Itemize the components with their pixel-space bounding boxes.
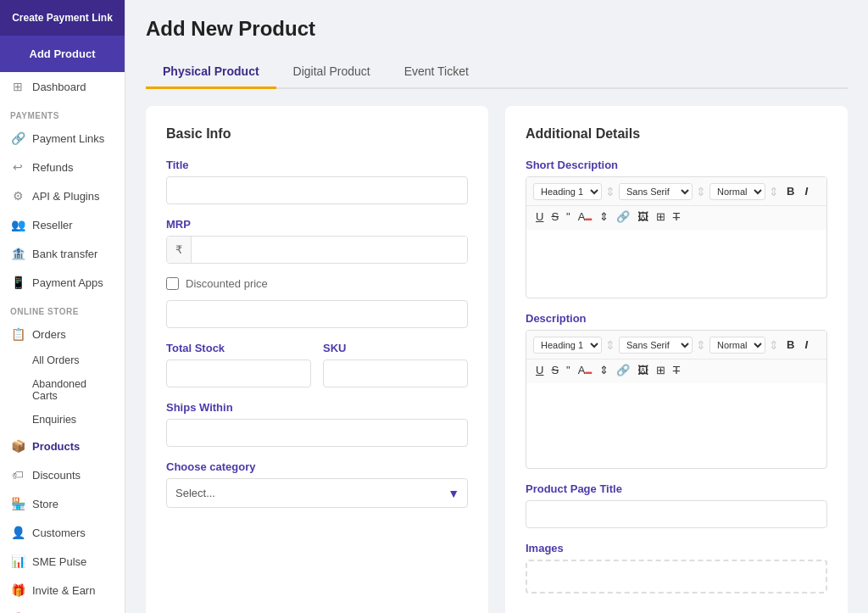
- bold-button-short[interactable]: B: [782, 182, 798, 200]
- text-color-icon[interactable]: A▬: [576, 209, 595, 225]
- heading-select-desc[interactable]: Heading 1Heading 2Heading 3Normal: [533, 337, 602, 354]
- sidebar-item-refunds[interactable]: ↩ Refunds: [0, 153, 125, 181]
- discounted-price-input[interactable]: [166, 300, 468, 328]
- sidebar-item-payment-links[interactable]: 🔗 Payment Links: [0, 124, 125, 153]
- title-input[interactable]: [166, 176, 468, 204]
- image-icon-desc[interactable]: 🖼: [635, 362, 651, 378]
- main-content: Add New Product Physical Product Digital…: [125, 0, 868, 613]
- size-select-short[interactable]: NormalSmallLarge: [709, 183, 765, 200]
- sku-input[interactable]: [323, 359, 468, 387]
- total-stock-group: Total Stock: [166, 342, 311, 387]
- sidebar-item-label: API & Plugins: [32, 190, 100, 203]
- sku-group: SKU: [323, 342, 468, 387]
- sidebar-item-discounts[interactable]: 🏷 Discounts: [0, 460, 125, 489]
- discounted-checkbox-row: Discounted price: [166, 277, 468, 290]
- quote-icon-desc[interactable]: ": [564, 362, 573, 378]
- table-icon-desc[interactable]: ⊞: [654, 362, 668, 378]
- sidebar-item-sme-pulse[interactable]: 📊 SME Pulse: [0, 547, 125, 576]
- image-icon[interactable]: 🖼: [635, 209, 651, 225]
- total-stock-label: Total Stock: [166, 342, 311, 354]
- sidebar-item-invite-earn[interactable]: 🎁 Invite & Earn: [0, 576, 125, 605]
- quote-icon[interactable]: ": [564, 209, 573, 225]
- link-icon: 🔗: [10, 131, 25, 145]
- underline-icon[interactable]: U: [533, 209, 546, 225]
- italic-button-desc[interactable]: I: [800, 336, 812, 354]
- page-title: Add New Product: [146, 17, 848, 41]
- create-payment-link-button[interactable]: Create Payment Link: [0, 0, 125, 36]
- underline-icon-desc[interactable]: U: [533, 362, 546, 378]
- additional-details-title: Additional Details: [526, 126, 827, 142]
- short-desc-toolbar: Heading 1Heading 2Heading 3Normal ⇕ Sans…: [526, 177, 826, 206]
- basic-info-card: Basic Info Title MRP ₹ Discounted price: [146, 106, 488, 613]
- reseller-icon: 👥: [10, 218, 25, 231]
- description-content[interactable]: [526, 383, 826, 468]
- bold-button-desc[interactable]: B: [782, 336, 798, 354]
- sidebar-item-store[interactable]: 🏪 Store: [0, 489, 125, 518]
- refund-icon: ↩: [10, 160, 25, 174]
- sidebar-item-label: Orders: [32, 328, 66, 341]
- images-group: Images: [526, 542, 827, 593]
- mrp-group: MRP ₹: [166, 218, 468, 264]
- store-icon: 🏪: [10, 497, 25, 510]
- sidebar-item-help-support[interactable]: ❓ Help & Support: [0, 605, 125, 613]
- color-picker-icon-desc[interactable]: ⇕: [597, 362, 611, 378]
- payments-section-label: PAYMENTS: [0, 101, 125, 124]
- tab-event-ticket[interactable]: Event Ticket: [387, 56, 486, 89]
- category-select[interactable]: Select...: [166, 478, 468, 508]
- tab-physical-product[interactable]: Physical Product: [146, 56, 276, 89]
- online-store-section-label: ONLINE STORE: [0, 297, 125, 320]
- divider5: ⇕: [694, 338, 708, 352]
- link-icon[interactable]: 🔗: [614, 209, 632, 225]
- clear-format-icon-desc[interactable]: T̶: [670, 362, 682, 378]
- images-upload-area[interactable]: [526, 560, 827, 593]
- short-description-rte: Heading 1Heading 2Heading 3Normal ⇕ Sans…: [526, 176, 827, 298]
- sidebar-item-enquiries[interactable]: Enquiries: [0, 408, 125, 432]
- discounted-price-label: Discounted price: [186, 277, 268, 290]
- add-product-button[interactable]: Add Product: [0, 36, 125, 72]
- sidebar-item-bank-transfer[interactable]: 🏦 Bank transfer: [0, 239, 125, 268]
- title-group: Title: [166, 159, 468, 204]
- font-select-short[interactable]: Sans SerifSerifMonospace: [619, 183, 693, 200]
- short-description-content[interactable]: [526, 230, 826, 298]
- stock-sku-row: Total Stock SKU: [166, 342, 468, 401]
- product-tabs: Physical Product Digital Product Event T…: [146, 56, 848, 89]
- description-rte: Heading 1Heading 2Heading 3Normal ⇕ Sans…: [526, 330, 827, 469]
- color-picker-icon[interactable]: ⇕: [597, 209, 611, 225]
- discounted-price-group: Discounted price: [166, 277, 468, 328]
- mrp-input[interactable]: [192, 237, 467, 263]
- strikethrough-icon-desc[interactable]: S: [548, 362, 561, 378]
- size-select-desc[interactable]: NormalSmallLarge: [709, 337, 765, 354]
- sidebar-item-abandoned-carts[interactable]: Abandoned Carts: [0, 372, 125, 408]
- short-desc-toolbar-row2: U S " A▬ ⇕ 🔗 🖼 ⊞ T̶: [526, 206, 826, 230]
- text-color-icon-desc[interactable]: A▬: [576, 362, 595, 378]
- sidebar: Create Payment Link Add Product ⊞ Dashbo…: [0, 0, 125, 613]
- heading-select-short[interactable]: Heading 1Heading 2Heading 3Normal: [533, 183, 602, 200]
- mrp-label: MRP: [166, 218, 468, 231]
- discounted-price-checkbox[interactable]: [166, 277, 179, 290]
- strikethrough-icon[interactable]: S: [548, 209, 561, 225]
- clear-format-icon[interactable]: T̶: [670, 209, 682, 225]
- sidebar-item-label: Customers: [32, 527, 86, 539]
- link-icon-desc[interactable]: 🔗: [614, 362, 632, 378]
- tab-digital-product[interactable]: Digital Product: [276, 56, 387, 89]
- total-stock-input[interactable]: [166, 359, 311, 387]
- basic-info-title: Basic Info: [166, 126, 468, 142]
- category-select-wrapper: Select... ▼: [166, 478, 468, 508]
- italic-button-short[interactable]: I: [800, 182, 812, 200]
- sidebar-item-all-orders[interactable]: All Orders: [0, 348, 125, 372]
- sidebar-item-orders[interactable]: 📋 Orders: [0, 320, 125, 348]
- sidebar-item-payment-apps[interactable]: 📱 Payment Apps: [0, 268, 125, 297]
- divider: ⇕: [604, 185, 617, 198]
- sidebar-item-reseller[interactable]: 👥 Reseller: [0, 210, 125, 239]
- table-icon[interactable]: ⊞: [654, 209, 668, 225]
- product-page-title-input[interactable]: [526, 500, 827, 528]
- invite-icon: 🎁: [10, 583, 25, 597]
- sku-label: SKU: [323, 342, 468, 354]
- sidebar-item-customers[interactable]: 👤 Customers: [0, 518, 125, 547]
- sidebar-item-dashboard[interactable]: ⊞ Dashboard: [0, 72, 125, 101]
- font-select-desc[interactable]: Sans SerifSerifMonospace: [619, 337, 693, 354]
- ships-within-input[interactable]: [166, 419, 468, 447]
- sidebar-item-products[interactable]: 📦 Products: [0, 432, 125, 460]
- category-group: Choose category Select... ▼: [166, 460, 468, 508]
- sidebar-item-api-plugins[interactable]: ⚙ API & Plugins: [0, 181, 125, 210]
